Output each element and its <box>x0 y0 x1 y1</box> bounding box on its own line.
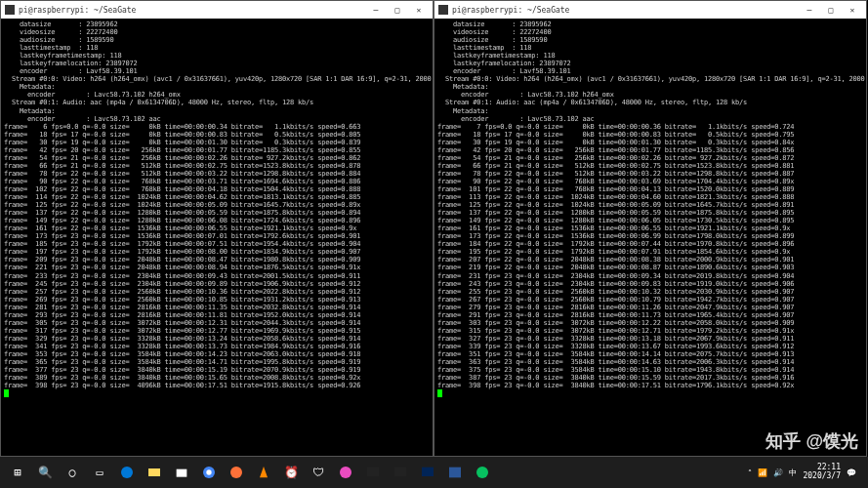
watermark: 知乎 @馍光 <box>765 429 858 453</box>
tray-chevron-icon[interactable]: ˄ <box>748 468 752 477</box>
svg-point-4 <box>206 469 211 474</box>
task-view-icon[interactable]: ▭ <box>86 459 113 486</box>
tray-network-icon[interactable]: 📶 <box>758 468 767 477</box>
svg-point-0 <box>121 467 133 478</box>
terminal-output-left[interactable]: datasize : 23895962 videosize : 22272400… <box>1 19 433 456</box>
terminal-output-right[interactable]: datasize : 23895962 videosize : 22272400… <box>434 19 866 456</box>
svg-point-12 <box>476 467 488 478</box>
start-button[interactable]: ⊞ <box>4 459 31 486</box>
maximize-button[interactable]: □ <box>388 3 407 17</box>
alarm-icon[interactable]: ⏰ <box>277 459 305 486</box>
svg-marker-6 <box>260 467 268 477</box>
itunes-icon[interactable] <box>332 459 359 486</box>
taskbar: ⊞ 🔍 ○ ▭ ⏰ 🛡 ˄ 📶 🔊 中 22:11 2020/3/7 💬 <box>0 457 868 488</box>
svg-rect-2 <box>177 469 187 477</box>
tray-ime-icon[interactable]: 中 <box>789 468 797 478</box>
close-button[interactable]: ✕ <box>409 3 429 17</box>
cortana-icon[interactable]: ○ <box>59 459 86 486</box>
clock[interactable]: 22:11 2020/3/7 <box>803 464 841 481</box>
word-icon[interactable] <box>441 459 469 486</box>
svg-rect-11 <box>449 468 461 478</box>
svg-rect-9 <box>394 468 406 476</box>
window-controls: ─ □ ✕ <box>800 3 862 17</box>
wechat-icon[interactable] <box>469 459 496 486</box>
svg-point-7 <box>340 467 351 478</box>
svg-rect-10 <box>422 468 434 476</box>
svg-rect-8 <box>367 468 379 476</box>
store-icon[interactable] <box>168 459 195 486</box>
terminal-icon <box>438 5 448 15</box>
tray-volume-icon[interactable]: 🔊 <box>773 468 783 477</box>
edge-icon[interactable] <box>113 459 141 486</box>
terminal-icon <box>5 5 15 15</box>
clock-date: 2020/3/7 <box>803 472 841 481</box>
titlebar-right[interactable]: pi@raspberrypi: ~/SeaGate ─ □ ✕ <box>434 1 866 19</box>
system-tray[interactable]: ˄ 📶 🔊 中 22:11 2020/3/7 💬 <box>740 464 864 481</box>
security-icon[interactable]: 🛡 <box>305 459 332 486</box>
explorer-icon[interactable] <box>141 459 168 486</box>
window-area: pi@raspberrypi: ~/SeaGate ─ □ ✕ datasize… <box>0 0 868 457</box>
window-controls: ─ □ ✕ <box>366 3 429 17</box>
powershell-icon[interactable] <box>414 459 441 486</box>
svg-rect-1 <box>148 468 160 476</box>
svg-point-5 <box>230 467 242 478</box>
notification-icon[interactable]: 💬 <box>847 468 856 477</box>
firefox-icon[interactable] <box>223 459 250 486</box>
terminal-task-1[interactable] <box>359 459 387 486</box>
close-button[interactable]: ✕ <box>843 3 862 17</box>
search-button[interactable]: 🔍 <box>31 459 59 486</box>
terminal-task-2[interactable] <box>387 459 414 486</box>
minimize-button[interactable]: ─ <box>800 3 819 17</box>
maximize-button[interactable]: □ <box>821 3 841 17</box>
vlc-icon[interactable] <box>250 459 277 486</box>
terminal-window-right: pi@raspberrypi: ~/SeaGate ─ □ ✕ datasize… <box>434 0 867 457</box>
window-title: pi@raspberrypi: ~/SeaGate <box>452 6 800 15</box>
chrome-icon[interactable] <box>195 459 223 486</box>
terminal-window-left: pi@raspberrypi: ~/SeaGate ─ □ ✕ datasize… <box>0 0 434 457</box>
titlebar-left[interactable]: pi@raspberrypi: ~/SeaGate ─ □ ✕ <box>1 1 433 19</box>
window-title: pi@raspberrypi: ~/SeaGate <box>19 6 366 15</box>
minimize-button[interactable]: ─ <box>366 3 386 17</box>
